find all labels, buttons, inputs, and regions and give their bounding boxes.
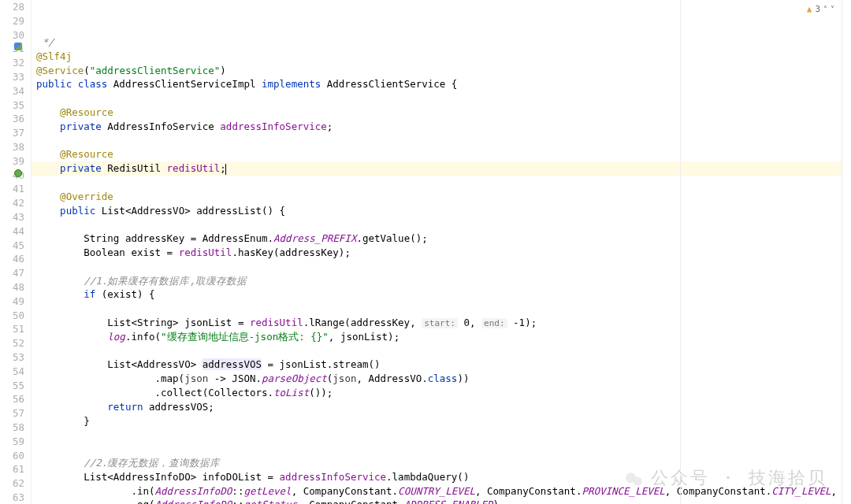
line-number: 55 (0, 379, 24, 393)
line-number: 37 (0, 126, 24, 140)
code-line[interactable]: @Service("addressClientService") (32, 64, 851, 78)
implements-gutter-icon[interactable] (14, 42, 22, 56)
line-number: 44 (0, 224, 24, 239)
line-number: 61 (0, 462, 24, 476)
line-number: 30 (0, 28, 24, 43)
override-gutter-icon[interactable] (14, 169, 22, 183)
code-line[interactable] (32, 260, 851, 274)
line-number: 59 (0, 435, 24, 449)
code-line[interactable]: .collect(Collectors.toList()); (32, 386, 851, 400)
line-number: 63 (0, 491, 24, 504)
line-number: 54 (0, 365, 24, 379)
inspections-widget[interactable]: ▲ 3 ˄ ˅ (805, 3, 837, 15)
line-number: 57 (0, 406, 24, 421)
line-number-gutter: 2829303132333435363738394041424344454647… (0, 0, 32, 504)
code-line[interactable]: @Resource (32, 147, 851, 161)
line-number: 56 (0, 392, 24, 406)
code-line[interactable] (32, 442, 851, 456)
code-line[interactable]: @Override (32, 190, 851, 204)
code-line[interactable]: if (exist) { (32, 287, 851, 302)
right-margin-guide (680, 0, 681, 504)
code-line[interactable] (32, 428, 851, 442)
error-stripe[interactable] (842, 0, 851, 504)
code-line[interactable] (32, 217, 851, 232)
line-number: 49 (0, 295, 24, 309)
code-line[interactable]: List<AddressInfoDO> infoDOList = address… (32, 470, 851, 484)
code-line[interactable] (32, 134, 851, 148)
code-line[interactable]: private AddressInfoService addressInfoSe… (32, 120, 851, 134)
line-number: 58 (0, 421, 24, 435)
line-number: 62 (0, 476, 24, 491)
line-number: 32 (0, 56, 24, 70)
line-number: 36 (0, 112, 24, 126)
code-area[interactable]: */@Slf4j@Service("addressClientService")… (32, 0, 851, 504)
code-line[interactable]: } (32, 414, 851, 428)
line-number: 48 (0, 280, 24, 295)
line-number: 41 (0, 182, 24, 196)
line-number: 28 (0, 0, 24, 14)
line-number: 40 (0, 169, 24, 183)
code-line[interactable]: List<AddressVO> addressVOS = jsonList.st… (32, 358, 851, 372)
code-line[interactable] (32, 91, 851, 106)
line-number: 52 (0, 336, 24, 350)
line-number: 39 (0, 154, 24, 169)
code-line[interactable]: private RedisUtil redisUtil; (32, 161, 851, 176)
code-line[interactable]: .map(json -> JSON.parseObject(json, Addr… (32, 372, 851, 386)
line-number: 46 (0, 252, 24, 266)
code-line[interactable]: log.info("缓存查询地址信息-json格式: {}", jsonList… (32, 330, 851, 344)
code-line[interactable] (32, 344, 851, 358)
code-line[interactable] (32, 176, 851, 190)
line-number: 34 (0, 84, 24, 98)
line-number: 45 (0, 239, 24, 253)
code-line[interactable]: String addressKey = AddressEnum.Address_… (32, 232, 851, 246)
line-number: 35 (0, 98, 24, 113)
code-line[interactable]: public class AddressClientServiceImpl im… (32, 77, 851, 91)
line-number: 42 (0, 196, 24, 210)
line-number: 31 (0, 42, 24, 56)
line-number: 43 (0, 210, 24, 224)
code-line[interactable]: public List<AddressVO> addressList() { (32, 204, 851, 218)
code-line[interactable]: //2.缓存无数据，查询数据库 (32, 456, 851, 470)
line-number: 60 (0, 449, 24, 463)
line-number: 53 (0, 350, 24, 365)
code-line[interactable]: @Slf4j (32, 50, 851, 64)
code-line[interactable]: return addressVOS; (32, 400, 851, 414)
line-number: 33 (0, 70, 24, 84)
code-line[interactable] (32, 302, 851, 316)
line-number: 38 (0, 140, 24, 154)
code-editor[interactable]: 2829303132333435363738394041424344454647… (0, 0, 851, 504)
code-line[interactable]: Boolean exist = redisUtil.hasKey(address… (32, 246, 851, 260)
warning-icon: ▲ (807, 4, 812, 14)
chevron-down-icon[interactable]: ˅ (831, 5, 834, 13)
line-number: 29 (0, 14, 24, 28)
code-line[interactable]: @Resource (32, 106, 851, 120)
warning-count: 3 (815, 4, 820, 14)
code-line[interactable]: .eq(AddressInfoDO::getStatus, CompanyCon… (32, 498, 851, 504)
line-number: 50 (0, 309, 24, 323)
code-line[interactable]: .in(AddressInfoDO::getLevel, CompanyCons… (32, 484, 851, 498)
line-number: 47 (0, 266, 24, 280)
code-line[interactable]: */ (32, 35, 851, 50)
code-line[interactable]: List<String> jsonList = redisUtil.lRange… (32, 316, 851, 330)
chevron-up-icon[interactable]: ˄ (823, 5, 827, 13)
line-number: 51 (0, 322, 24, 336)
code-line[interactable]: //1.如果缓存有数据库,取缓存数据 (32, 274, 851, 288)
